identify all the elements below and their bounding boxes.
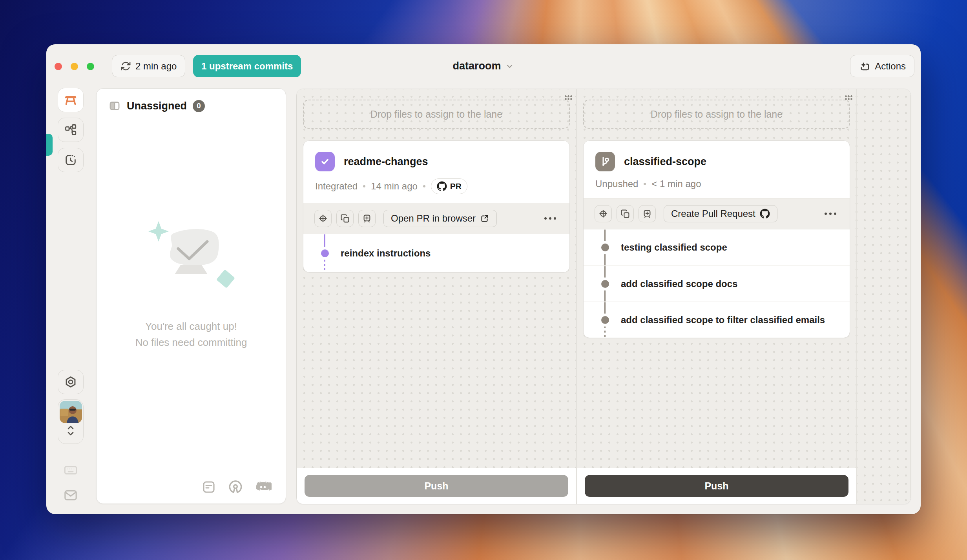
branch-card: classified-scope Unpushed < 1 min ago xyxy=(583,140,850,338)
overflow-menu-button[interactable] xyxy=(542,215,558,222)
commit-rail xyxy=(604,302,606,314)
upstream-commits-button[interactable]: 1 upstream commits xyxy=(193,55,301,77)
lane-footer: Push xyxy=(577,468,856,504)
caught-up-illustration xyxy=(142,218,240,300)
create-pr-label: Create Pull Request xyxy=(671,208,755,219)
empty-lane-strip xyxy=(857,89,910,504)
account-switcher[interactable] xyxy=(58,399,84,444)
lane-readme-changes: Drop files to assign to the lane readme-… xyxy=(297,89,576,504)
branch-icon xyxy=(595,152,615,171)
commit-rail xyxy=(604,266,606,278)
commit-dot-icon xyxy=(601,244,609,251)
chevron-up-down-icon xyxy=(66,425,76,436)
actions-label: Actions xyxy=(875,61,906,72)
separator-dot xyxy=(644,183,646,185)
sidebar-item-history[interactable] xyxy=(58,148,84,172)
settings-button[interactable] xyxy=(58,370,84,394)
commit-message: add classified scope to filter classifie… xyxy=(584,315,825,325)
commit-row[interactable]: testing classified scope xyxy=(584,229,850,265)
sparkle-box-icon xyxy=(859,60,870,72)
history-clock-icon xyxy=(64,153,77,167)
lane-footer: Push xyxy=(297,468,576,504)
desktop: 2 min ago 1 upstream commits dataroom Ac… xyxy=(0,0,967,560)
commit-dot-icon xyxy=(321,249,329,257)
active-tab-indicator[interactable] xyxy=(46,134,53,156)
minimize-window-button[interactable] xyxy=(71,63,78,70)
avatar xyxy=(60,401,82,423)
push-button[interactable]: Push xyxy=(305,475,568,497)
unassigned-title: Unassigned xyxy=(127,100,187,112)
workspace-lanes: Drop files to assign to the lane readme-… xyxy=(296,89,911,504)
commit-rail-dotted xyxy=(324,260,325,273)
sync-icon xyxy=(120,61,131,71)
pr-badge-label: PR xyxy=(450,182,462,191)
split-panel-icon xyxy=(108,100,121,112)
branch-name[interactable]: readme-changes xyxy=(344,156,428,168)
focus-branch-button[interactable] xyxy=(595,205,612,222)
empty-state-line1: You're all caught up! xyxy=(135,318,247,335)
branch-integrated-check-icon xyxy=(315,152,335,171)
unassigned-count-badge: 0 xyxy=(193,100,205,112)
actions-button[interactable]: Actions xyxy=(850,55,914,77)
open-source-icon[interactable] xyxy=(227,479,244,495)
branch-toolbar: Create Pull Request xyxy=(584,198,850,229)
sync-status-button[interactable]: 2 min ago xyxy=(112,55,185,77)
panel-footer xyxy=(97,470,286,504)
branches-icon xyxy=(64,123,77,136)
copy-branch-button[interactable] xyxy=(617,205,634,222)
new-dependent-branch-button[interactable] xyxy=(358,210,376,227)
zoom-window-button[interactable] xyxy=(87,63,94,70)
push-button[interactable]: Push xyxy=(585,475,848,497)
drop-zone-hint: Drop files to assign to the lane xyxy=(370,109,502,120)
commit-rail xyxy=(604,254,606,265)
drop-zone[interactable]: Drop files to assign to the lane xyxy=(583,100,850,129)
branch-last-activity: < 1 min ago xyxy=(651,178,701,189)
sync-time-label: 2 min ago xyxy=(135,61,177,72)
create-pr-button[interactable]: Create Pull Request xyxy=(664,205,777,222)
commit-row[interactable]: reindex instructions xyxy=(303,234,569,272)
app-window: 2 min ago 1 upstream commits dataroom Ac… xyxy=(46,44,921,514)
github-icon xyxy=(437,181,447,191)
branch-card: readme-changes Integrated 14 min ago xyxy=(303,140,570,273)
commit-row[interactable]: add classified scope to filter classifie… xyxy=(584,302,850,338)
pr-badge[interactable]: PR xyxy=(431,178,467,194)
lane-drag-handle-icon[interactable] xyxy=(845,95,852,100)
drop-zone[interactable]: Drop files to assign to the lane xyxy=(303,100,570,129)
sidebar-item-workspace[interactable] xyxy=(58,88,84,112)
mail-icon[interactable] xyxy=(63,487,78,503)
focus-branch-button[interactable] xyxy=(314,210,332,227)
commit-row[interactable]: add classified scope docs xyxy=(584,265,850,302)
open-pr-button[interactable]: Open PR in browser xyxy=(383,210,497,227)
lane-classified-scope: Drop files to assign to the lane xyxy=(577,89,856,504)
new-dependent-branch-button[interactable] xyxy=(639,205,656,222)
sidebar-item-branches[interactable] xyxy=(58,118,84,142)
project-name: dataroom xyxy=(452,60,501,72)
external-link-icon xyxy=(480,214,489,223)
keyboard-shortcuts-icon[interactable] xyxy=(63,462,78,478)
overflow-menu-button[interactable] xyxy=(822,210,839,217)
drop-zone-hint: Drop files to assign to the lane xyxy=(651,109,783,120)
gear-icon xyxy=(64,375,77,389)
empty-state: You're all caught up! No files need comm… xyxy=(97,218,286,351)
copy-branch-button[interactable] xyxy=(336,210,354,227)
feedback-note-icon[interactable] xyxy=(201,479,217,495)
discord-icon[interactable] xyxy=(254,478,272,496)
unassigned-panel: Unassigned 0 You're all caught up! No fi… xyxy=(96,88,286,504)
commit-rail xyxy=(604,290,606,302)
branch-status: Integrated xyxy=(315,181,358,192)
commit-rail xyxy=(604,229,606,241)
upstream-commits-label: 1 upstream commits xyxy=(201,61,293,72)
branch-toolbar: Open PR in browser xyxy=(303,203,569,234)
workbench-icon xyxy=(64,93,78,107)
branch-last-activity: 14 min ago xyxy=(371,181,418,192)
open-pr-label: Open PR in browser xyxy=(391,213,476,224)
close-window-button[interactable] xyxy=(55,63,62,70)
lane-drag-handle-icon[interactable] xyxy=(564,95,572,100)
empty-state-line2: No files need committing xyxy=(135,335,247,351)
github-icon xyxy=(760,209,770,219)
branch-name[interactable]: classified-scope xyxy=(624,156,706,168)
commit-dot-icon xyxy=(601,280,609,288)
project-switcher[interactable]: dataroom xyxy=(452,55,514,77)
chevron-down-icon xyxy=(505,62,515,71)
commit-dot-icon xyxy=(601,316,609,324)
